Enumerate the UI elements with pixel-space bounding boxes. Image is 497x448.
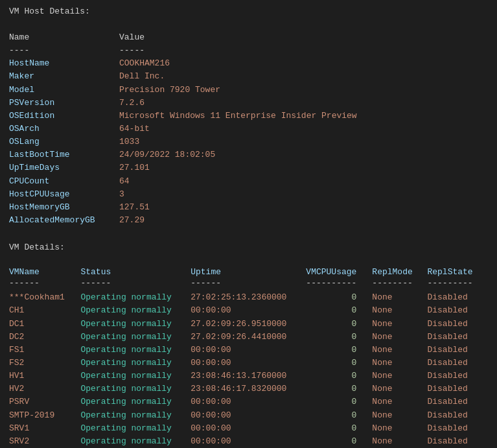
vm-replmode: None xyxy=(372,383,427,395)
vm-name: FS2 xyxy=(9,357,80,370)
host-row-val: 1033 xyxy=(119,136,139,148)
host-row-val: Dell Inc. xyxy=(119,70,165,83)
vm-replstate: Disabled xyxy=(427,291,488,304)
host-row: PSVersion7.2.6 xyxy=(9,97,488,110)
host-row: LastBootTime24/09/2022 18:02:05 xyxy=(9,148,488,161)
vm-cpu: 0 xyxy=(306,395,372,408)
vm-uptime: 00:00:00 xyxy=(191,304,306,317)
vm-replstate: Disabled xyxy=(427,395,488,408)
vm-uptime: 00:00:00 xyxy=(191,344,306,357)
host-row: UpTimeDays27.101 xyxy=(9,161,488,174)
host-row: OSEditionMicrosoft Windows 11 Enterprise… xyxy=(9,110,488,123)
table-row: DC2 Operating normally 27.02:09:26.44100… xyxy=(9,331,488,344)
host-row-val: COOKHAM216 xyxy=(119,57,170,70)
table-row: FS1 Operating normally 00:00:00 0 None D… xyxy=(9,344,488,357)
vm-cpu: 0 xyxy=(306,370,372,383)
table-row: PSRV Operating normally 00:00:00 0 None … xyxy=(9,395,488,408)
col-vmname-header: VMName xyxy=(9,267,80,277)
host-divider-key: ---- xyxy=(9,44,119,57)
vm-replstate: Disabled xyxy=(427,383,488,395)
host-row: HostNameCOOKHAM216 xyxy=(9,57,488,70)
vm-uptime: 00:00:00 xyxy=(191,357,306,370)
table-row: HV1 Operating normally 23:08:46:13.17600… xyxy=(9,370,488,383)
vm-replmode: None xyxy=(372,304,427,317)
host-row-key: LastBootTime xyxy=(9,148,119,161)
vm-status: Operating normally xyxy=(80,370,191,383)
table-row: HV2 Operating normally 23:08:46:17.83200… xyxy=(9,383,488,395)
vm-replstate: Disabled xyxy=(427,370,488,383)
col-replstate-header: ReplState xyxy=(427,267,488,277)
vm-name: FS1 xyxy=(9,344,80,357)
col-cpu-div: ---------- xyxy=(306,277,372,291)
host-row-key: UpTimeDays xyxy=(9,161,119,174)
host-row: ModelPrecision 7920 Tower xyxy=(9,84,488,97)
host-section: VM Host Details: Name Value ---- ----- H… xyxy=(9,6,488,227)
host-row-key: HostCPUUsage xyxy=(9,188,119,201)
vm-name: ***Cookham1 xyxy=(9,291,80,304)
table-row: SRV2 Operating normally 00:00:00 0 None … xyxy=(9,435,488,448)
vm-name: SMTP-2019 xyxy=(9,409,80,422)
vm-replmode: None xyxy=(372,435,427,448)
vm-uptime: 27.02:09:26.4410000 xyxy=(191,331,306,344)
vm-cpu: 0 xyxy=(306,304,372,317)
host-header-row: Name Value xyxy=(9,31,488,44)
host-row-key: CPUCount xyxy=(9,175,119,188)
vm-cpu: 0 xyxy=(306,291,372,304)
col-status-header: Status xyxy=(80,267,191,277)
vm-uptime: 00:00:00 xyxy=(191,435,306,448)
vm-status: Operating normally xyxy=(80,291,191,304)
vm-name: HV2 xyxy=(9,383,80,395)
vm-status: Operating normally xyxy=(80,344,191,357)
vm-replmode: None xyxy=(372,370,427,383)
host-table: Name Value ---- ----- HostNameCOOKHAM216… xyxy=(9,31,488,227)
vm-cpu: 0 xyxy=(306,344,372,357)
vm-uptime: 00:00:00 xyxy=(191,395,306,408)
vm-name: CH1 xyxy=(9,304,80,317)
host-row-key: OSLang xyxy=(9,136,119,148)
host-row-val: Precision 7920 Tower xyxy=(119,84,220,97)
host-row-val: 3 xyxy=(119,188,124,201)
vm-replstate: Disabled xyxy=(427,331,488,344)
vm-uptime: 00:00:00 xyxy=(191,422,306,435)
table-row: DC1 Operating normally 27.02:09:26.95100… xyxy=(9,318,488,331)
host-row-val: 27.29 xyxy=(119,214,144,227)
host-row-key: HostMemoryGB xyxy=(9,201,119,214)
host-row-key: OSEdition xyxy=(9,110,119,123)
vm-replmode: None xyxy=(372,344,427,357)
host-row-key: Model xyxy=(9,84,119,97)
vm-replmode: None xyxy=(372,291,427,304)
host-col-name-header: Name xyxy=(9,31,119,44)
vm-status: Operating normally xyxy=(80,318,191,331)
host-row: HostCPUUsage3 xyxy=(9,188,488,201)
vm-name: HV1 xyxy=(9,370,80,383)
host-row: MakerDell Inc. xyxy=(9,70,488,83)
vm-replstate: Disabled xyxy=(427,409,488,422)
host-section-title: VM Host Details: xyxy=(9,6,488,16)
vm-status: Operating normally xyxy=(80,304,191,317)
col-replmode-div: -------- xyxy=(372,277,427,291)
host-row-val: 24/09/2022 18:02:05 xyxy=(119,148,215,161)
vm-replstate: Disabled xyxy=(427,435,488,448)
vm-name: PSRV xyxy=(9,395,80,408)
host-row: AllocatedMemoryGB27.29 xyxy=(9,214,488,227)
vm-uptime: 23:08:46:13.1760000 xyxy=(191,370,306,383)
vm-replstate: Disabled xyxy=(427,422,488,435)
col-status-div: ------ xyxy=(80,277,191,291)
host-col-val-header: Value xyxy=(119,31,144,44)
table-row: FS2 Operating normally 00:00:00 0 None D… xyxy=(9,357,488,370)
vm-replmode: None xyxy=(372,331,427,344)
vm-status: Operating normally xyxy=(80,357,191,370)
vm-replstate: Disabled xyxy=(427,344,488,357)
vm-cpu: 0 xyxy=(306,383,372,395)
host-row-key: PSVersion xyxy=(9,97,119,110)
host-row-key: AllocatedMemoryGB xyxy=(9,214,119,227)
vm-name: SRV1 xyxy=(9,422,80,435)
vm-replstate: Disabled xyxy=(427,318,488,331)
vm-name: DC1 xyxy=(9,318,80,331)
vm-name: SRV2 xyxy=(9,435,80,448)
vm-status: Operating normally xyxy=(80,395,191,408)
vm-name: DC2 xyxy=(9,331,80,344)
vm-replstate: Disabled xyxy=(427,357,488,370)
vm-replmode: None xyxy=(372,422,427,435)
vm-section-title: VM Details: xyxy=(9,242,488,252)
